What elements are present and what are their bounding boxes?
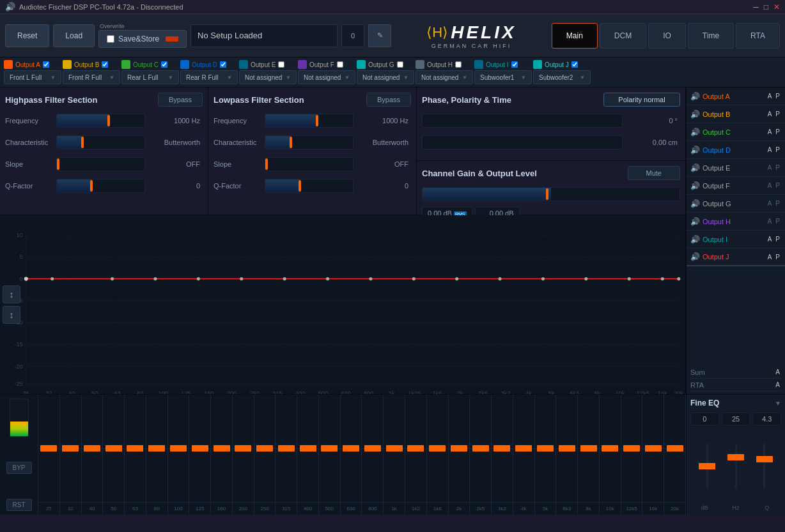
fine-eq-val-db[interactable]: 0 (690, 413, 719, 425)
p-btn-d[interactable]: P (774, 146, 781, 154)
tab-time[interactable]: Time (688, 23, 734, 49)
eq-fader-handle-11[interactable] (256, 445, 273, 452)
output-checkbox-c[interactable] (161, 61, 167, 68)
p-btn-f[interactable]: P (774, 181, 781, 190)
a-btn-f[interactable]: A (766, 181, 773, 190)
eq-fader-handle-13[interactable] (300, 445, 316, 452)
highpass-slope-slider[interactable] (56, 157, 145, 171)
lowpass-characteristic-slider[interactable] (265, 135, 354, 149)
fine-eq-dropdown-button[interactable]: ▼ (775, 400, 781, 407)
output-list-item-c[interactable]: 🔊 Output C A P (687, 123, 785, 141)
p-btn-b[interactable]: P (774, 110, 781, 118)
output-name-btn-f[interactable]: Not assigned ▼ (298, 70, 355, 84)
highpass-qfactor-slider[interactable] (56, 179, 145, 193)
a-btn-c[interactable]: A (766, 128, 773, 136)
eq-fader-handle-18[interactable] (407, 445, 424, 452)
output-checkbox-i[interactable] (511, 61, 518, 68)
output-list-item-e[interactable]: 🔊 Output E A P (687, 159, 785, 177)
maximize-button[interactable]: □ (764, 3, 768, 11)
fine-fader-handle-db[interactable] (699, 463, 715, 469)
eq-fader-handle-4[interactable] (105, 445, 122, 452)
graph-arrow-down-button[interactable]: ↕ (3, 306, 20, 324)
output-name-btn-e[interactable]: Not assigned ▼ (239, 70, 297, 84)
eq-band-22[interactable] (492, 395, 513, 502)
eq-fader-handle-21[interactable] (472, 445, 489, 452)
eq-fader-handle-22[interactable] (494, 445, 510, 452)
setup-edit-button[interactable]: ✎ (368, 24, 391, 47)
load-button[interactable]: Load (53, 24, 95, 47)
eq-band-3[interactable] (82, 395, 104, 502)
eq-band-15[interactable] (341, 395, 362, 502)
output-list-item-d[interactable]: 🔊 Output D A P (687, 141, 785, 159)
tab-dcm[interactable]: DCM (600, 23, 646, 49)
output-list-item-b[interactable]: 🔊 Output B A P (687, 105, 785, 123)
eq-fader-handle-2[interactable] (62, 445, 79, 452)
output-item-g[interactable]: Output G Not assigned ▼ (357, 60, 414, 84)
output-name-btn-b[interactable]: Front R Full ▼ (63, 70, 120, 84)
eq-band-8[interactable] (189, 395, 211, 502)
rst-button[interactable]: RST (6, 499, 32, 511)
eq-band-5[interactable] (125, 395, 146, 502)
eq-fader-handle-10[interactable] (235, 445, 251, 452)
output-checkbox-e[interactable] (278, 61, 284, 68)
eq-fader-handle-28[interactable] (623, 445, 640, 452)
eq-fader-handle-26[interactable] (580, 445, 597, 452)
p-btn-e[interactable]: P (774, 163, 781, 172)
fine-fader-handle-hz[interactable] (727, 454, 744, 460)
phase-delay-slider[interactable] (422, 135, 623, 149)
lowpass-bypass-button[interactable]: Bypass (366, 93, 411, 107)
output-name-btn-j[interactable]: Subwoofer2 ▼ (533, 70, 591, 84)
output-list-item-f[interactable]: 🔊 Output F A P (687, 177, 785, 195)
eq-band-10[interactable] (233, 395, 254, 502)
close-button[interactable]: ✕ (773, 3, 780, 11)
p-btn-j[interactable]: P (774, 253, 781, 261)
eq-band-29[interactable] (642, 395, 664, 502)
eq-band-25[interactable] (556, 395, 578, 502)
rta-a-btn[interactable]: A (774, 381, 781, 389)
save-store-button[interactable]: Save&Store (98, 30, 187, 48)
highpass-bypass-button[interactable]: Bypass (158, 93, 203, 107)
eq-band-14[interactable] (319, 395, 341, 502)
sum-a-btn[interactable]: A (774, 368, 781, 376)
eq-fader-handle-30[interactable] (667, 445, 683, 452)
eq-fader-handle-14[interactable] (321, 445, 338, 452)
eq-fader-handle-15[interactable] (343, 445, 359, 452)
a-btn-a[interactable]: A (766, 92, 773, 100)
output-checkbox-b[interactable] (102, 61, 108, 68)
output-item-j[interactable]: Output J Subwoofer2 ▼ (533, 60, 591, 84)
output-list-item-g[interactable]: 🔊 Output G A P (687, 195, 785, 213)
polarity-button[interactable]: Polarity normal (603, 93, 680, 107)
output-item-b[interactable]: Output B Front R Full ▼ (63, 60, 120, 84)
tab-rta[interactable]: RTA (736, 23, 780, 49)
fine-eq-fader-db[interactable] (693, 437, 722, 495)
eq-band-18[interactable] (405, 395, 427, 502)
output-checkbox-a[interactable] (43, 61, 49, 68)
output-item-c[interactable]: Output C Rear L Full ▼ (121, 60, 179, 84)
eq-band-16[interactable] (362, 395, 384, 502)
p-btn-i[interactable]: P (774, 235, 781, 243)
output-name-btn-d[interactable]: Rear R Full ▼ (180, 70, 238, 84)
eq-band-17[interactable] (384, 395, 405, 502)
eq-band-20[interactable] (449, 395, 470, 502)
fine-eq-val-hz[interactable]: 25 (722, 413, 750, 425)
eq-band-2[interactable] (60, 395, 82, 502)
eq-band-24[interactable] (535, 395, 557, 502)
highpass-characteristic-slider[interactable] (56, 135, 145, 149)
eq-band-9[interactable] (211, 395, 233, 502)
eq-band-12[interactable] (276, 395, 297, 502)
eq-band-11[interactable] (254, 395, 276, 502)
eq-band-7[interactable] (168, 395, 190, 502)
eq-band-28[interactable] (621, 395, 643, 502)
output-list-item-a[interactable]: 🔊 Output A A P (687, 87, 785, 105)
p-btn-a[interactable]: P (774, 92, 781, 100)
output-name-btn-h[interactable]: Not assigned ▼ (416, 70, 473, 84)
eq-band-21[interactable] (470, 395, 492, 502)
eq-fader-handle-9[interactable] (214, 445, 230, 452)
a-btn-b[interactable]: A (766, 110, 773, 118)
eq-fader-handle-16[interactable] (364, 445, 381, 452)
eq-fader-handle-8[interactable] (192, 445, 208, 452)
byp-button[interactable]: BYP (6, 462, 32, 474)
eq-fader-handle-25[interactable] (559, 445, 575, 452)
gain-level-slider[interactable] (422, 187, 680, 201)
eq-band-6[interactable] (146, 395, 168, 502)
